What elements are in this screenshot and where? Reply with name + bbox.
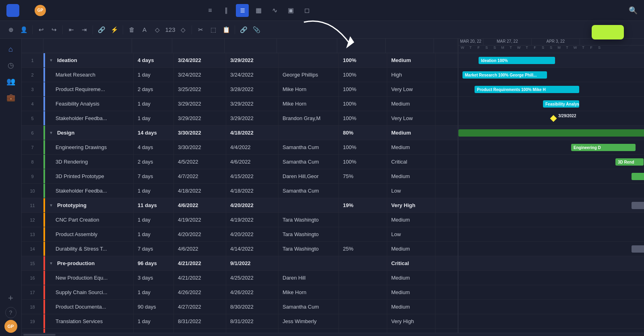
gantt-row[interactable]	[458, 82, 644, 97]
avatar-g[interactable]: GP	[35, 5, 46, 16]
table-row[interactable]: 1▼Ideation4 days3/24/20223/29/2022100%Me…	[22, 53, 458, 68]
gantt-row[interactable]	[458, 329, 644, 333]
cell-task-name[interactable]: Product Documenta...	[45, 300, 134, 314]
gantt-row[interactable]	[458, 184, 644, 198]
gantt-row[interactable]	[458, 213, 644, 227]
sidebar-icon-clock[interactable]: ◷	[4, 58, 18, 73]
gantt-row[interactable]	[458, 242, 644, 256]
cell-task-name[interactable]: Engineering Drawings	[45, 140, 134, 154]
add-person-btn[interactable]: 👤	[18, 24, 30, 36]
cell-task-name[interactable]: Product Requireme...	[45, 82, 134, 96]
cell-task-name[interactable]: CNC Part Creation	[45, 213, 134, 227]
gantt-row[interactable]	[458, 169, 644, 184]
gantt-row[interactable]	[458, 198, 644, 213]
gantt-row[interactable]	[458, 227, 644, 242]
gantt-view-btn[interactable]: ≣	[236, 4, 249, 17]
gantt-row[interactable]	[458, 155, 644, 169]
sidebar-icon-people[interactable]: 👥	[4, 74, 18, 89]
cell-task-name[interactable]: Durability & Stress T...	[45, 242, 134, 256]
calendar-view-btn[interactable]: ▣	[284, 4, 297, 17]
table-row[interactable]: 17Supply Chain Sourci...1 day4/26/20224/…	[22, 285, 458, 300]
table-row[interactable]: 10Stakeholder Feedba...1 day4/18/20224/1…	[22, 184, 458, 198]
link2-btn[interactable]: 🔗	[237, 24, 250, 36]
scrollbar-thumb[interactable]	[23, 334, 56, 336]
redo-btn[interactable]: ↪	[48, 24, 60, 36]
gantt-row[interactable]	[458, 271, 644, 285]
table-row[interactable]: 12CNC Part Creation1 day4/19/20224/19/20…	[22, 213, 458, 227]
table-row[interactable]: 5Stakeholder Feedba...1 day3/29/20223/29…	[22, 111, 458, 126]
doc-view-btn[interactable]: ◻	[300, 4, 313, 17]
sidebar-icon-home[interactable]: ⌂	[4, 42, 18, 56]
table-row[interactable]: 14Durability & Stress T...7 days4/6/2022…	[22, 242, 458, 256]
delete-btn[interactable]: 🗑	[126, 24, 138, 36]
cell-task-name[interactable]: Production Operato...	[45, 329, 134, 333]
table-row[interactable]: 3Product Requireme...2 days3/25/20223/28…	[22, 82, 458, 97]
expand-icon[interactable]: ▼	[49, 203, 53, 207]
gantt-row[interactable]	[458, 111, 644, 126]
gantt-row[interactable]	[458, 126, 644, 140]
cell-task-name[interactable]: ▼Design	[45, 126, 134, 140]
gantt-row[interactable]	[458, 256, 644, 271]
app-logo[interactable]	[6, 4, 19, 17]
cell-task-name[interactable]: Stakeholder Feedba...	[45, 111, 134, 125]
cell-task-name[interactable]: Market Research	[45, 68, 134, 82]
gantt-row[interactable]	[458, 140, 644, 155]
add-btn[interactable]: ⊕	[5, 24, 17, 36]
table-row[interactable]: 6▼Design14 days3/30/20224/18/202280%Medi…	[22, 126, 458, 140]
unlink-btn[interactable]: ⚡	[108, 24, 120, 36]
cell-task-name[interactable]: 3D Rendering	[45, 155, 134, 169]
fill-btn[interactable]: ◇	[151, 24, 163, 36]
cell-task-name[interactable]: Feasibility Analysis	[45, 97, 134, 111]
table-row[interactable]: 13Product Assembly1 day4/20/20224/20/202…	[22, 227, 458, 242]
cell-task-name[interactable]: 3D Printed Prototype	[45, 169, 134, 183]
paste-btn[interactable]: 📋	[220, 24, 232, 36]
copy-btn[interactable]: ⬚	[207, 24, 219, 36]
indent-btn[interactable]: ⇥	[78, 24, 90, 36]
table-row[interactable]: 4Feasibility Analysis1 day3/29/20223/29/…	[22, 97, 458, 111]
user-avatar[interactable]: GP	[4, 320, 17, 333]
horizontal-scrollbar[interactable]	[22, 333, 644, 336]
shape-btn[interactable]: ◇	[177, 24, 189, 36]
gantt-row[interactable]	[458, 285, 644, 300]
sidebar-icon-help[interactable]: ?	[5, 307, 17, 318]
expand-icon[interactable]: ▼	[49, 131, 53, 135]
table-row[interactable]: 83D Rendering2 days4/5/20224/6/2022Saman…	[22, 155, 458, 169]
cell-task-name[interactable]: ▼Pre-production	[45, 256, 134, 270]
cell-task-name[interactable]: ▼Ideation	[45, 53, 134, 67]
cell-task-name[interactable]: Supply Chain Sourci...	[45, 285, 134, 299]
table-row[interactable]: 11▼Prototyping11 days4/6/20224/20/202219…	[22, 198, 458, 213]
expand-icon[interactable]: ▼	[49, 261, 53, 265]
number-btn[interactable]: 123	[164, 24, 176, 36]
table-row[interactable]: 19Translation Services1 day8/31/20228/31…	[22, 314, 458, 329]
sidebar-icon-work[interactable]: 💼	[4, 90, 18, 105]
table-row[interactable]: 20Production Operato...1 day9/1/20229/1/…	[22, 329, 458, 333]
cell-task-name[interactable]: Product Assembly	[45, 227, 134, 241]
list-view-btn[interactable]: ≡	[204, 4, 217, 17]
link-btn[interactable]: 🔗	[95, 24, 107, 36]
undo-btn[interactable]: ↩	[35, 24, 47, 36]
table-row[interactable]: 18Product Documenta...90 days4/27/20228/…	[22, 300, 458, 314]
gantt-row[interactable]	[458, 97, 644, 111]
table-view-btn[interactable]: ▦	[252, 4, 265, 17]
table-row[interactable]: 7Engineering Drawings4 days3/30/20224/4/…	[22, 140, 458, 155]
search-icon[interactable]: 🔍	[629, 6, 638, 15]
attach-btn[interactable]: 📎	[250, 24, 262, 36]
gantt-row[interactable]	[458, 53, 644, 68]
cell-task-name[interactable]: Translation Services	[45, 314, 134, 328]
outdent-btn[interactable]: ⇤	[65, 24, 77, 36]
table-row[interactable]: 93D Printed Prototype7 days4/7/20224/15/…	[22, 169, 458, 184]
table-row[interactable]: 16New Production Equ...3 days4/21/20224/…	[22, 271, 458, 285]
expand-icon[interactable]: ▼	[49, 58, 53, 62]
font-btn[interactable]: A	[138, 24, 151, 36]
columns-view-btn[interactable]: ∥	[220, 4, 233, 17]
cell-task-name[interactable]: ▼Prototyping	[45, 198, 134, 212]
gantt-row[interactable]	[458, 314, 644, 329]
timeline-view-btn[interactable]: ∿	[268, 4, 281, 17]
cell-task-name[interactable]: New Production Equ...	[45, 271, 134, 285]
gantt-row[interactable]	[458, 300, 644, 314]
sidebar-icon-add[interactable]: +	[4, 291, 18, 305]
table-row[interactable]: 15▼Pre-production96 days4/21/20229/1/202…	[22, 256, 458, 271]
cta-banner[interactable]	[592, 25, 624, 39]
table-row[interactable]: 2Market Research1 day3/24/20223/24/2022G…	[22, 68, 458, 82]
gantt-row[interactable]	[458, 68, 644, 82]
